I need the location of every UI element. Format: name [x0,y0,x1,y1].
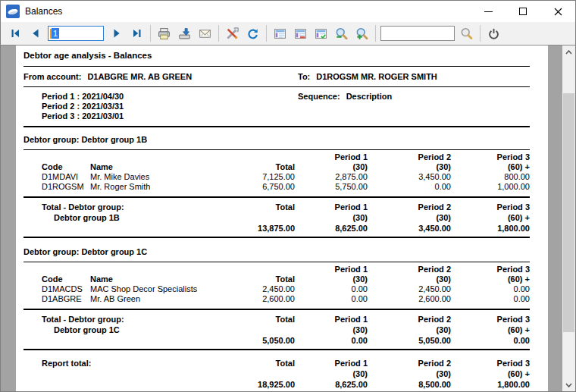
page-number-value: 1 [52,28,59,39]
separator [266,25,267,42]
title-bar: Balances [1,1,575,22]
totals-header-row: Debtor group 1C (30) (30) (60) + [23,325,530,335]
layout-footer-view-icon [294,27,307,40]
separator [150,25,151,42]
divider [23,66,530,67]
separator [480,25,481,42]
scrollbar-thumb[interactable] [563,93,574,332]
layout-footer-view-button[interactable] [290,24,311,43]
window-title: Balances [25,6,471,17]
next-page-icon [111,27,123,39]
divider [23,126,530,127]
page-margin [1,45,16,391]
totals-header-row: Report total: Total Period 1 Period 2 Pe… [23,358,530,368]
settings-icon [226,27,239,40]
app-icon [6,5,20,18]
first-page-button[interactable] [5,24,25,43]
close-button[interactable] [540,1,575,22]
email-icon [199,27,211,40]
first-page-icon [9,27,21,39]
scroll-down-button[interactable] [562,378,575,391]
print-button[interactable] [154,24,174,43]
group-heading: Debtor group: Debtor group 1B [23,135,530,145]
next-page-button[interactable] [106,24,127,43]
divider [23,196,530,198]
table-row: D1ABGRE Mr. AB Green 2,600.00 0.00 2,600… [23,294,530,304]
account-range: From account:D1ABGRE MR. AB GREEN To:D1R… [23,72,530,82]
totals-header-row: Total - Debtor group: Total Period 1 Per… [23,202,530,212]
maximize-icon [519,8,527,15]
totals-header-row: Debtor group 1B (30) (30) (60) + [23,212,530,223]
table-header-row: Period 1 Period 2 Period 3 [23,150,530,162]
scroll-up-button[interactable] [562,45,575,58]
divider [23,309,530,310]
report-total: Report total: Total Period 1 Period 2 Pe… [23,358,530,390]
zoom-out-icon [335,27,348,40]
from-account: From account:D1ABGRE MR. AB GREEN [23,72,298,82]
table-row: D1MDAVI Mr. Mike Davies 7,125.00 2,875.0… [23,172,530,182]
totals-header-row: (30) (30) (60) + [23,368,530,379]
period-3: Period 3 : 2021/03/01 [42,111,298,121]
totals-value-row: 13,875.00 8,625.00 3,450.00 1,800.00 [23,223,530,234]
report-page: Debtor age analysis - Balances From acco… [16,45,548,391]
page-number-input[interactable]: 1 [48,26,104,41]
zoom-in-button[interactable] [352,24,372,43]
maximize-button[interactable] [506,1,540,22]
sequence: Sequence:Description [298,92,392,121]
layout-view-icon [274,27,286,40]
zoom-out-button[interactable] [331,24,352,43]
export-button[interactable] [174,24,195,43]
balances-window: Balances 1 [0,0,576,392]
group-totals: Total - Debtor group: Total Period 1 Per… [23,202,530,234]
search-icon [460,27,473,40]
chevron-up-icon [565,50,572,55]
to-account: To:D1ROGSM MR. ROGER SMITH [298,72,437,82]
previous-page-button[interactable] [25,24,45,43]
layout-view-button[interactable] [270,24,290,43]
refresh-icon [246,27,259,40]
group-table: Period 1 Period 2 Period 3 Code Name Tot… [23,150,530,192]
period-1: Period 1 : 2021/04/30 [42,92,298,102]
table-header-row: Code Name Total (30) (30) (60) + [23,162,530,172]
totals-header-row: Total - Debtor group: Total Period 1 Per… [23,314,530,325]
export-icon [178,27,191,40]
minimize-button[interactable] [471,1,506,22]
group-heading: Debtor group: Debtor group 1C [23,247,530,257]
vertical-scrollbar[interactable] [562,45,575,391]
totals-value-row: 18,925.00 8,625.00 8,500.00 1,800.00 [23,379,530,390]
divider [23,86,530,87]
table-header-row: Code Name Total (30) (30) (60) + [23,274,530,284]
totals-value-row: 5,050.00 0.00 5,050.00 0.00 [23,335,530,346]
last-page-button[interactable] [127,24,147,43]
minimize-icon [484,11,493,12]
period-list: Period 1 : 2021/04/30 Period 2 : 2021/03… [23,92,298,121]
last-page-icon [131,27,143,39]
layout-confirm-view-icon [315,27,327,40]
divider [23,237,530,238]
table-header-row: Period 1 Period 2 Period 3 [23,262,530,274]
toolbar: 1 [1,22,575,45]
print-icon [158,27,171,40]
report-viewport: Debtor age analysis - Balances From acco… [1,45,575,391]
close-icon [554,8,562,16]
chevron-down-icon [565,383,572,387]
power-button[interactable] [484,24,504,43]
divider [23,349,530,350]
layout-confirm-view-button[interactable] [311,24,331,43]
power-icon [487,27,500,40]
group-totals: Total - Debtor group: Total Period 1 Per… [23,314,530,346]
previous-page-icon [30,27,42,39]
table-row: D1MACDS MAC Shop Decor Specialists 2,450… [23,284,530,294]
period-2: Period 2 : 2021/03/31 [42,102,298,111]
search-input[interactable] [380,26,455,41]
email-button[interactable] [195,24,215,43]
window-controls [471,1,575,22]
report-content: Debtor age analysis - Balances From acco… [23,51,530,390]
zoom-in-icon [355,27,368,40]
settings-button[interactable] [222,24,243,43]
page-margin [548,45,562,391]
search-button[interactable] [456,24,477,43]
separator [218,25,219,42]
refresh-button[interactable] [243,24,263,43]
separator [375,25,376,42]
